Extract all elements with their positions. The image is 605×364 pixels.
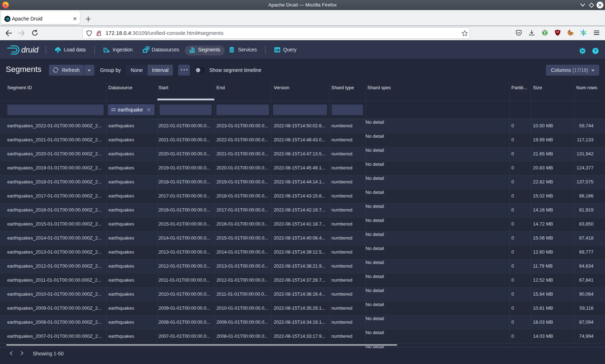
svg-text:uO: uO [556, 31, 559, 33]
svg-text:?: ? [594, 49, 597, 54]
